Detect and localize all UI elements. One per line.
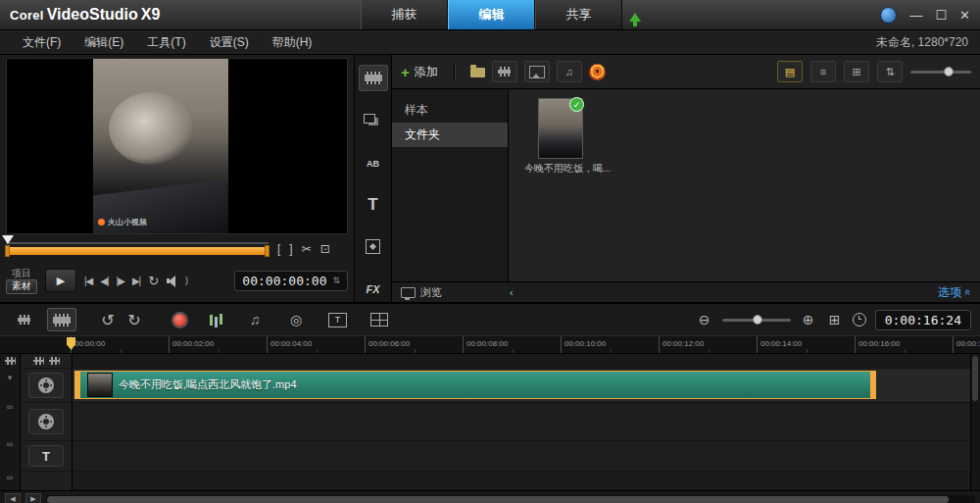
timeline-view-button[interactable]: [47, 308, 76, 331]
rail-graphic-button[interactable]: [359, 233, 388, 260]
timecode-display[interactable]: 00:00:00:00 ⇅: [234, 271, 348, 291]
browse-button[interactable]: 浏览: [401, 285, 442, 300]
single-track-icon[interactable]: [49, 357, 60, 365]
media-thumbnail[interactable]: ✓: [538, 98, 583, 159]
rail-transition-button[interactable]: [359, 107, 388, 133]
show-all-tracks-icon[interactable]: [33, 357, 44, 365]
title-track-button[interactable]: T: [28, 445, 64, 467]
scroll-left-button[interactable]: ◀: [5, 493, 21, 503]
split-screen-icon[interactable]: [370, 313, 388, 327]
nav-item-samples[interactable]: 样本: [392, 98, 508, 123]
tab-share[interactable]: 共享: [535, 0, 622, 29]
mode-clip-label[interactable]: 素材: [6, 279, 37, 294]
media-reel-icon[interactable]: [589, 64, 606, 80]
enlarge-preview-icon[interactable]: ⊡: [320, 243, 330, 255]
browse-label: 浏览: [420, 285, 442, 300]
step-forward-button[interactable]: |▶: [117, 276, 124, 286]
tab-capture[interactable]: 捕获: [361, 0, 448, 29]
video-track-button[interactable]: [28, 373, 64, 398]
auto-music-icon[interactable]: ♫: [246, 312, 264, 327]
project-duration-display[interactable]: 0:00:16:24: [875, 310, 971, 330]
view-list-active-button[interactable]: ▤: [777, 61, 803, 82]
timeline-clip[interactable]: 今晚不用吃饭,喝点西北风就饱了.mp4: [74, 371, 876, 399]
brand-version: X9: [141, 6, 161, 24]
overlay-track-button[interactable]: [28, 409, 64, 434]
thumbnail-size-slider[interactable]: [910, 71, 971, 74]
ruler-tick: 00:00:14:00: [757, 336, 855, 353]
sound-mixer-icon[interactable]: [210, 315, 213, 326]
overlay-track-header[interactable]: [21, 403, 72, 441]
vertical-scroll-thumb[interactable]: [972, 356, 978, 401]
motion-tracking-icon[interactable]: ◎: [287, 312, 305, 327]
rail-filter-button[interactable]: [359, 276, 388, 302]
menu-help[interactable]: 帮助(H): [262, 32, 323, 53]
rail-title-preset-button[interactable]: [359, 149, 388, 176]
timecode-spinner-icon[interactable]: ⇅: [332, 276, 340, 285]
redo-button[interactable]: ↻: [125, 311, 143, 329]
mark-out-button[interactable]: ]: [289, 243, 292, 255]
tab-edit[interactable]: 编辑: [448, 0, 535, 29]
menu-file[interactable]: 文件(F): [12, 32, 72, 53]
add-folder-button[interactable]: + 添加: [401, 64, 438, 80]
timeline-ruler[interactable]: 00:00:00 00:00:02:00 00:00:04:00 00:00:0…: [0, 335, 980, 354]
volume-icon[interactable]: [167, 275, 181, 287]
upgrade-arrow-icon[interactable]: [629, 7, 641, 22]
rail-media-button[interactable]: [359, 65, 388, 91]
empty-track-space: [73, 472, 980, 490]
filter-video-button[interactable]: [492, 61, 517, 82]
vertical-scrollbar[interactable]: [970, 354, 980, 490]
video-track-header[interactable]: [21, 369, 72, 403]
go-start-button[interactable]: |◀: [84, 276, 92, 286]
go-end-button[interactable]: ▶|: [132, 276, 140, 286]
import-folder-icon[interactable]: [470, 68, 485, 77]
split-clip-icon[interactable]: ✂: [302, 243, 312, 255]
play-button[interactable]: ▶: [45, 269, 76, 292]
record-capture-icon[interactable]: [173, 314, 186, 327]
duration-clock-icon[interactable]: [853, 313, 866, 327]
help-icon[interactable]: [880, 7, 897, 24]
filter-audio-button[interactable]: ♫: [557, 61, 582, 82]
horizontal-scrollbar[interactable]: [46, 495, 975, 503]
filter-photo-button[interactable]: [524, 61, 550, 82]
horizontal-scroll-thumb[interactable]: [47, 496, 949, 503]
view-thumbnail-button[interactable]: ⊞: [844, 61, 869, 82]
rail-title-button[interactable]: [359, 191, 388, 218]
title-track-header[interactable]: T: [21, 441, 72, 472]
close-button[interactable]: ✕: [959, 9, 970, 22]
step-back-button[interactable]: ◀|: [100, 276, 108, 286]
gutter-collapse-icon[interactable]: ▾: [8, 374, 13, 382]
trim-track[interactable]: [6, 242, 269, 256]
view-detail-button[interactable]: ≡: [810, 61, 836, 82]
slider-thumb[interactable]: [944, 67, 954, 76]
zoom-out-icon[interactable]: ⊖: [696, 312, 713, 327]
sort-button[interactable]: ⇅: [877, 61, 903, 82]
minimize-button[interactable]: —: [909, 9, 922, 22]
menu-edit[interactable]: 编辑(E): [74, 32, 134, 53]
timeline-zoom-slider[interactable]: [722, 319, 791, 322]
timeline-section: ↺ ↻ ♫ ◎ T ⊖ ⊕ ⊞ 0:00:16:24 00:00:00 00:0…: [0, 302, 980, 503]
mode-project-label[interactable]: 项目: [12, 268, 31, 280]
track-manager-icon[interactable]: [5, 357, 16, 365]
zoom-slider-thumb[interactable]: [753, 315, 762, 325]
ripple-edit-icon[interactable]: ∞: [7, 403, 13, 412]
collapse-nav-icon[interactable]: ‹: [510, 286, 514, 298]
fit-project-icon[interactable]: ⊞: [826, 312, 844, 327]
undo-button[interactable]: ↺: [99, 311, 117, 329]
scrubber-handle[interactable]: [2, 235, 14, 250]
media-item[interactable]: ✓ 今晚不用吃饭，喝...: [524, 98, 597, 176]
seek-line[interactable]: [6, 242, 269, 244]
trim-bar[interactable]: [6, 247, 269, 255]
nav-item-folder[interactable]: 文件夹: [392, 123, 508, 147]
menu-tools[interactable]: 工具(T): [136, 32, 196, 53]
zoom-in-icon[interactable]: ⊕: [800, 312, 817, 327]
ripple-edit-icon[interactable]: ∞: [7, 440, 13, 449]
scroll-right-button[interactable]: ▶: [25, 493, 41, 503]
menu-settings[interactable]: 设置(S): [199, 32, 260, 53]
storyboard-view-button[interactable]: [9, 308, 38, 331]
repeat-button[interactable]: ↻: [148, 274, 159, 288]
maximize-button[interactable]: ☐: [935, 9, 947, 22]
ripple-edit-icon[interactable]: ∞: [7, 474, 13, 482]
options-button[interactable]: 选项 «: [938, 284, 971, 301]
mark-in-button[interactable]: [: [277, 243, 280, 255]
subtitle-editor-icon[interactable]: T: [328, 313, 347, 327]
